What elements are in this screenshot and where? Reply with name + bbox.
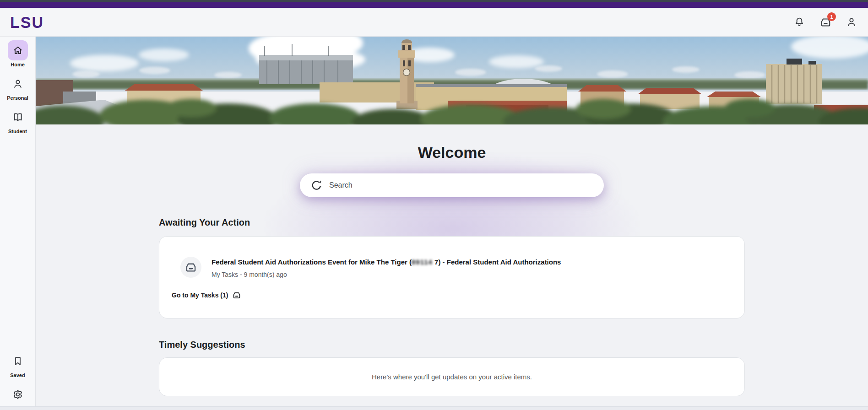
search-input[interactable] [329,181,596,189]
inbox-tray-icon [180,257,201,278]
page-title: Welcome [36,124,868,162]
gear-icon [8,384,28,405]
task-item[interactable]: Federal Student Aid Authorizations Event… [180,257,726,278]
search-bar[interactable] [300,173,604,197]
task-text: Federal Student Aid Authorizations Event… [212,257,561,278]
sidebar-item-student[interactable]: Student [8,107,28,134]
profile-button[interactable] [841,12,862,32]
my-tasks-inbox-button[interactable]: 1 [815,12,835,32]
task-title: Federal Student Aid Authorizations Event… [212,258,561,267]
go-to-my-tasks-link[interactable]: Go to My Tasks (1) [172,291,241,300]
ai-search-icon [311,179,323,191]
sidebar-item-settings[interactable] [8,384,28,405]
person-icon [846,16,857,28]
campus-hero-image [36,37,868,124]
timely-suggestions-message: Here's where you'll get updates on your … [372,373,532,381]
sidebar-item-saved[interactable]: Saved [8,351,28,378]
masked-student-id: 89114 [412,258,433,266]
sidebar-item-personal[interactable]: Personal [7,74,28,101]
bell-icon [793,16,805,28]
page-bottom-strip [0,406,868,410]
brand-accent-bar [0,2,868,8]
inbox-tray-icon [232,291,241,300]
timely-section-heading: Timely Suggestions [159,340,745,350]
go-to-my-tasks-label: Go to My Tasks (1) [172,291,228,299]
sidebar-item-home[interactable]: Home [8,40,28,67]
book-icon [8,107,28,127]
sidebar-item-label: Student [8,129,27,134]
home-sections: Awaiting Your Action Federal Student Aid… [159,217,745,396]
person-icon [8,74,28,94]
main-content: Welcome Awaiting Your Action [36,124,868,410]
app-header: LSU 1 [0,8,868,37]
awaiting-action-card: Federal Student Aid Authorizations Event… [159,236,745,318]
sidebar-nav: Home Personal Student [0,37,36,410]
sidebar-item-label: Saved [10,372,25,378]
bookmark-icon [8,351,28,371]
timely-suggestions-card: Here's where you'll get updates on your … [159,357,745,396]
sidebar-item-label: Home [11,62,25,67]
inbox-badge: 1 [827,12,836,21]
notifications-button[interactable] [789,12,809,32]
task-meta: My Tasks - 9 month(s) ago [212,271,561,278]
home-icon [8,40,28,60]
awaiting-section-heading: Awaiting Your Action [159,217,745,228]
lsu-logo[interactable]: LSU [10,13,44,32]
sidebar-item-label: Personal [7,95,28,101]
